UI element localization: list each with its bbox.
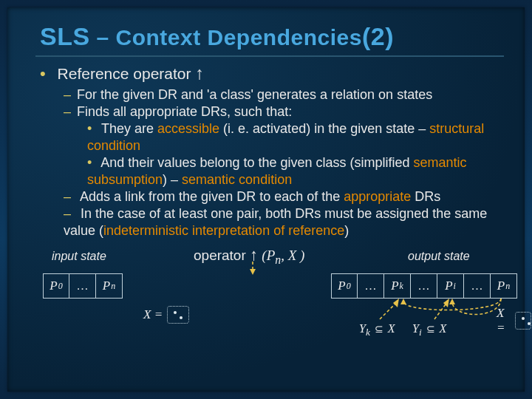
set-dots-icon — [167, 306, 189, 324]
xeq-text: X = — [143, 307, 163, 322]
bullet-level3: And their values belong to the given cla… — [40, 154, 504, 188]
b2-3-pre: Adds a link from the given DR to each of… — [80, 189, 344, 204]
state-cell: P0 — [43, 273, 69, 299]
svg-marker-2 — [449, 299, 455, 304]
b3-1-pre: They are — [101, 121, 157, 136]
cell-p: P — [103, 279, 110, 293]
cell-sub: 0 — [347, 281, 351, 292]
paren-close: ) — [296, 248, 304, 263]
title-rule — [35, 55, 504, 57]
title-num: (2) — [362, 22, 394, 50]
cell-p: P — [338, 279, 345, 293]
title-sep: – — [90, 25, 116, 50]
mb-rhs: X — [440, 322, 447, 335]
state-cell-dots: … — [411, 273, 437, 299]
dots: … — [417, 279, 430, 293]
cell-p: P — [50, 279, 57, 293]
cell-sub: k — [400, 281, 403, 292]
cell-sub: n — [505, 281, 510, 292]
x-equals-right: X = — [497, 306, 531, 335]
mb-lhs: Y — [412, 322, 419, 335]
input-state-row: P0 … Pn — [43, 273, 123, 299]
up-arrow-icon: ↑ — [195, 63, 204, 83]
cell-sub: i — [454, 281, 456, 292]
mb-rhs: X — [388, 322, 395, 335]
state-cell: Pi — [437, 273, 464, 299]
b2-1-text: For the given DR and 'a class' generates… — [77, 87, 432, 102]
xeq-text: X = — [497, 306, 511, 335]
b2-3-post: DRs — [415, 189, 440, 204]
b2-4-em: indeterministic interpretation of refere… — [103, 223, 344, 238]
state-cell: Pn — [491, 273, 517, 299]
b3-2-em2: semantic condition — [182, 172, 292, 187]
set-dots-icon — [515, 312, 531, 330]
b1-text: Reference operator — [58, 65, 196, 82]
svg-marker-3 — [393, 299, 399, 307]
subset-icon: ⊆ — [373, 323, 385, 335]
slide: SLS – Context Dependencies(2) Reference … — [0, 0, 532, 399]
diagram: input state output state operator ↑ (Pn,… — [40, 245, 504, 349]
cell-sub: n — [111, 281, 115, 292]
state-cell-dots: … — [69, 273, 96, 299]
state-cell-dots: … — [358, 273, 384, 299]
b2-4-post: ) — [344, 223, 349, 238]
up-arrow-icon: ↑ — [250, 245, 258, 264]
b2-3-em: appropriate — [344, 189, 415, 204]
bullet-level2: Adds a link from the given DR to each of… — [40, 188, 504, 205]
op-arg1-sub: n — [275, 253, 281, 266]
output-state-label: output state — [408, 250, 470, 263]
operator-args: (Pn, X ) — [262, 248, 304, 263]
op-arg1: P — [267, 248, 276, 263]
b3-2-pre: And their values belong to the given cla… — [100, 155, 413, 170]
svg-marker-4 — [443, 299, 449, 307]
dots: … — [364, 279, 377, 293]
bullet-level2: In the case of at least one pair, both D… — [40, 205, 504, 239]
subset-icon: ⊆ — [425, 323, 437, 335]
mb-lhs-sub: k — [366, 327, 370, 338]
state-cell: Pk — [384, 273, 411, 299]
membership-2: Yi ⊆ X — [412, 322, 446, 338]
bullet-level2: Finds all appropriate DRs, such that: — [40, 103, 504, 120]
dots: … — [471, 279, 483, 293]
cell-p: P — [391, 279, 398, 293]
b3-1-post: (i. e. activated) in the given state – — [219, 121, 429, 136]
output-state-row: P0 … Pk … Pi … Pn — [331, 273, 517, 299]
bullet-list: Reference operator ↑ For the given DR an… — [40, 63, 504, 239]
svg-marker-0 — [250, 269, 256, 275]
cell-p: P — [497, 279, 505, 293]
bullet-level3: They are accessible (i. e. activated) in… — [40, 120, 504, 154]
svg-marker-1 — [400, 299, 406, 304]
state-cell: Pn — [96, 273, 123, 299]
mb-lhs: Y — [359, 322, 366, 335]
operator-expression: operator ↑ (Pn, X ) — [194, 245, 304, 267]
input-state-label: input state — [52, 250, 106, 263]
state-cell: P0 — [331, 273, 358, 299]
dots: … — [76, 279, 89, 293]
title-abbr: SLS — [40, 22, 90, 50]
x-equals-left: X = — [143, 306, 189, 324]
slide-title: SLS – Context Dependencies(2) — [40, 22, 504, 51]
b3-2-mid: ) – — [163, 172, 182, 187]
cell-sub: 0 — [58, 281, 63, 292]
membership-1: Yk ⊆ X — [359, 322, 395, 338]
cell-p: P — [445, 279, 452, 293]
args-sep: , — [281, 248, 288, 263]
op-arg2: X — [288, 248, 297, 263]
mb-lhs-sub: i — [419, 327, 422, 338]
bullet-level1: Reference operator ↑ — [40, 63, 504, 83]
operator-word: operator — [194, 248, 246, 263]
state-cell-dots: … — [464, 273, 491, 299]
bullet-level2: For the given DR and 'a class' generates… — [40, 86, 504, 103]
title-rest: Context Dependencies — [115, 25, 361, 50]
b2-2-text: Finds all appropriate DRs, such that: — [77, 104, 292, 119]
slide-content: SLS – Context Dependencies(2) Reference … — [7, 7, 525, 392]
b3-1-em: accessible — [157, 121, 219, 136]
